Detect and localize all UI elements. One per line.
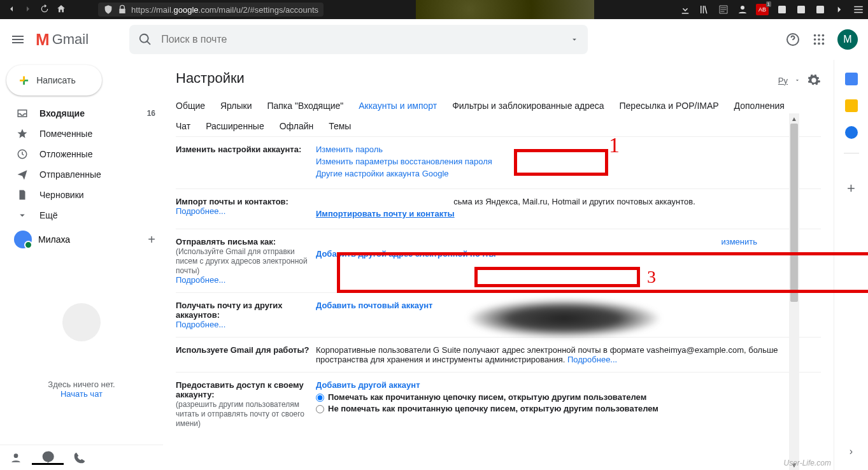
tab-advanced[interactable]: Расширенные (206, 116, 264, 136)
extension3-icon[interactable] (815, 4, 826, 15)
reload-icon[interactable] (39, 4, 50, 16)
forward-icon[interactable] (23, 4, 33, 16)
nav-inbox[interactable]: Входящие16 (0, 103, 163, 124)
support-icon[interactable] (785, 32, 800, 47)
sidebar-bottom-tabs (0, 445, 163, 470)
tab-hangouts[interactable] (32, 450, 64, 465)
tab-chat[interactable]: Чат (176, 116, 190, 136)
overflow-icon[interactable] (834, 4, 845, 15)
sidebar-user-chip[interactable]: Милаха + (0, 227, 163, 252)
browser-chrome: https://mail.google.com/mail/u/2/#settin… (0, 0, 868, 19)
tab-labels[interactable]: Ярлыки (220, 96, 252, 116)
import-mail-link[interactable]: Импортировать почту и контакты (316, 209, 455, 218)
svg-point-7 (822, 34, 825, 37)
svg-point-6 (818, 34, 820, 37)
search-input[interactable] (161, 34, 561, 45)
file-icon (17, 189, 28, 201)
page-title: Настройки (176, 70, 245, 87)
section-work: Используете Gmail для работы? Корпоратив… (176, 337, 821, 372)
menu-icon[interactable] (853, 4, 864, 15)
gmail-m-icon: M (36, 30, 50, 50)
new-chat-icon[interactable]: + (148, 232, 155, 247)
other-settings-link[interactable]: Другие настройки аккаунта Google (316, 169, 449, 178)
annotation-number-1: 1 (609, 133, 620, 157)
extension1-icon[interactable] (776, 4, 788, 15)
input-lang-toggle[interactable]: Ру (778, 76, 788, 85)
settings-main: Настройки Ру Общие Ярлыки Папка "Входящи… (163, 60, 834, 470)
plus-icon: + (19, 71, 29, 90)
main-scrollbar[interactable]: ▲ ▼ (789, 124, 799, 470)
gear-icon[interactable] (807, 73, 821, 87)
star-icon (17, 128, 28, 139)
download-icon[interactable] (679, 4, 691, 15)
caret-down-icon[interactable] (794, 77, 800, 83)
grant-opt1-radio[interactable] (316, 394, 324, 402)
svg-point-0 (741, 6, 744, 10)
section-grant: Предоставить доступ к своему аккаунту: (… (176, 372, 821, 436)
gmail-header: M Gmail M (0, 19, 868, 60)
adblock-icon[interactable]: AB1 (756, 4, 769, 15)
scroll-up-icon[interactable]: ▲ (789, 113, 799, 124)
tab-contacts[interactable] (0, 452, 32, 464)
tab-forwarding[interactable]: Пересылка и POP/IMAP (620, 96, 719, 116)
account-avatar[interactable]: M (837, 29, 858, 50)
nav-sent[interactable]: Отправленные (0, 164, 163, 185)
tasks-icon[interactable] (845, 126, 858, 139)
chevron-down-icon (17, 210, 28, 221)
gmail-logo[interactable]: M Gmail (36, 30, 89, 50)
compose-button[interactable]: + Написать (6, 65, 102, 96)
tab-phone[interactable] (64, 452, 96, 464)
extension2-icon[interactable] (795, 4, 807, 15)
scroll-thumb[interactable] (790, 124, 798, 302)
nav-snoozed[interactable]: Отложенные (0, 144, 163, 164)
home-icon[interactable] (56, 4, 66, 16)
gsuite-learnmore-link[interactable]: Подробнее... (567, 355, 617, 364)
add-address-link[interactable]: Добавить другой адрес электронной почты (316, 249, 496, 259)
nav-more[interactable]: Ещё (0, 205, 163, 225)
add-delegate-link[interactable]: Добавить другой аккаунт (316, 380, 420, 390)
library-icon[interactable] (699, 4, 710, 15)
nav-starred[interactable]: Помеченные (0, 124, 163, 144)
tab-accounts[interactable]: Аккаунты и импорт (359, 96, 437, 116)
clock-icon (17, 148, 28, 160)
change-password-link[interactable]: Изменить пароль (316, 145, 383, 154)
svg-point-9 (818, 38, 820, 41)
tab-themes[interactable]: Темы (329, 116, 351, 136)
calendar-icon[interactable] (845, 73, 858, 85)
sent-icon (17, 169, 28, 180)
nav-drafts[interactable]: Черновики (0, 185, 163, 205)
getmail-learnmore-link[interactable]: Подробнее... (176, 320, 225, 329)
tab-inbox[interactable]: Папка "Входящие" (267, 96, 343, 116)
tab-filters[interactable]: Фильтры и заблокированные адреса (452, 96, 604, 116)
grant-opt2-radio[interactable] (316, 405, 324, 413)
settings-tabs: Общие Ярлыки Папка "Входящие" Аккаунты и… (176, 96, 821, 136)
reader-icon[interactable] (718, 4, 729, 15)
import-learnmore-link[interactable]: Подробнее... (176, 206, 225, 216)
svg-point-13 (822, 43, 825, 45)
section-sendas: Отправлять письма как: (Используйте Gmai… (176, 229, 821, 292)
apps-icon[interactable] (812, 32, 826, 46)
add-mail-account-link[interactable]: Добавить почтовый аккаунт (316, 301, 432, 310)
keep-icon[interactable] (845, 99, 858, 112)
back-icon[interactable] (6, 4, 17, 16)
collapse-panel-icon[interactable]: › (850, 446, 853, 457)
start-chat-link[interactable]: Начать чат (13, 389, 150, 399)
search-options-icon[interactable] (570, 35, 579, 44)
tab-general[interactable]: Общие (176, 96, 205, 116)
watermark: User-Life.com (784, 459, 831, 467)
get-addons-icon[interactable]: + (847, 180, 855, 197)
sendas-edit-link[interactable]: изменить (721, 237, 757, 246)
tab-offline[interactable]: Офлайн (280, 116, 314, 136)
section-import: Импорт почты и контактов: Подробнее... И… (176, 189, 821, 229)
sendas-learnmore-link[interactable]: Подробнее... (176, 275, 225, 285)
search-bar[interactable] (129, 25, 588, 54)
lock-icon (117, 4, 127, 15)
url-bar[interactable]: https://mail.google.com/mail/u/2/#settin… (98, 3, 324, 17)
main-menu-icon[interactable] (10, 32, 25, 47)
tab-addons[interactable]: Дополнения (734, 96, 785, 116)
change-recovery-link[interactable]: Изменить параметры восстановления пароля (316, 157, 492, 166)
annotation-number-3: 3 (647, 267, 656, 287)
svg-point-12 (818, 43, 820, 45)
account-icon[interactable] (737, 4, 748, 15)
hangouts-empty-icon (62, 303, 101, 341)
